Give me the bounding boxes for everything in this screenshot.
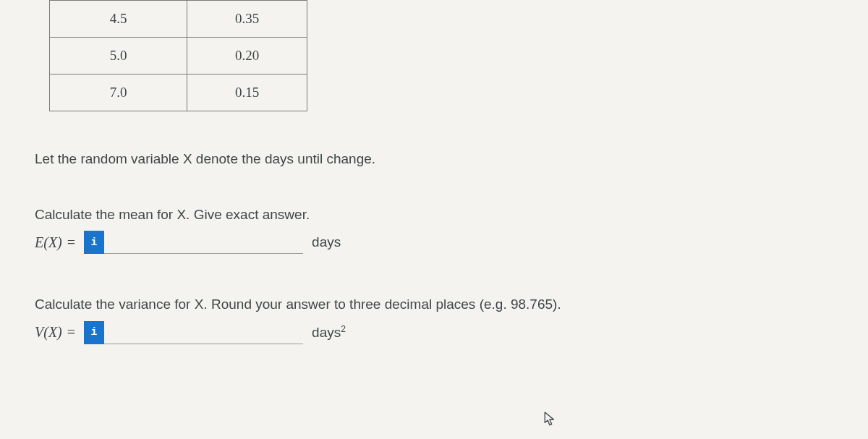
mean-unit: days [312, 234, 341, 250]
cursor-icon [544, 412, 557, 427]
table-cell-p: 0.35 [187, 1, 307, 38]
info-icon[interactable]: i [84, 231, 104, 254]
question-content: 4.5 0.35 5.0 0.20 7.0 0.15 Let the rando… [0, 0, 868, 344]
table-row: 4.5 0.35 [50, 1, 307, 38]
table-cell-x: 4.5 [50, 1, 187, 38]
table-row: 7.0 0.15 [50, 74, 307, 111]
info-icon[interactable]: i [84, 321, 104, 344]
variance-input[interactable] [104, 321, 303, 344]
variance-label: V(X) = [35, 324, 78, 341]
intro-text: Let the random variable X denote the day… [35, 149, 833, 170]
mean-label: E(X) = [35, 234, 78, 251]
table-cell-x: 5.0 [50, 38, 187, 74]
table-cell-p: 0.20 [187, 38, 307, 74]
mean-input[interactable] [104, 231, 303, 254]
table-cell-x: 7.0 [50, 74, 187, 111]
table-row: 5.0 0.20 [50, 38, 307, 74]
probability-table: 4.5 0.35 5.0 0.20 7.0 0.15 [49, 0, 307, 111]
table-cell-p: 0.15 [187, 74, 307, 111]
mean-prompt: Calculate the mean for X. Give exact ans… [35, 205, 833, 226]
variance-prompt: Calculate the variance for X. Round your… [35, 294, 833, 315]
variance-unit: days2 [312, 324, 346, 341]
